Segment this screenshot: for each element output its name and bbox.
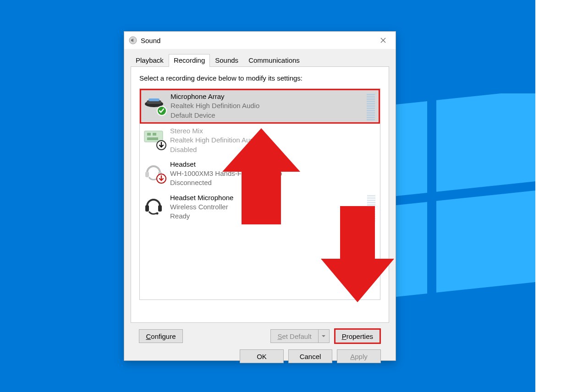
device-status: Default Device [170, 111, 361, 120]
window-title: Sound [141, 37, 160, 44]
ok-button[interactable]: OK [240, 349, 284, 363]
headset-icon [143, 160, 165, 182]
device-name: Stereo Mix [170, 126, 375, 136]
svg-rect-10 [147, 133, 151, 136]
sound-icon [129, 36, 137, 44]
configure-button[interactable]: Configure [139, 329, 183, 343]
headset-microphone-icon [143, 193, 165, 215]
svg-rect-11 [153, 133, 156, 136]
tab-playback[interactable]: Playback [131, 54, 169, 67]
apply-label-rest: pply [355, 353, 368, 360]
level-meter [367, 194, 375, 222]
properties-accelerator: P [342, 332, 346, 340]
device-stereo-mix[interactable]: Stereo Mix Realtek High Definition Audio… [140, 124, 380, 157]
set-default-button[interactable]: Set Default [270, 329, 318, 343]
stereo-mix-icon [143, 126, 165, 148]
svg-rect-1 [436, 93, 546, 192]
properties-button[interactable]: Properties [334, 328, 381, 344]
tab-page-recording: Select a recording device below to modif… [131, 66, 389, 323]
svg-rect-18 [145, 205, 149, 212]
instruction-text: Select a recording device below to modif… [139, 74, 380, 82]
device-status: Disconnected [170, 178, 375, 187]
svg-rect-7 [148, 98, 160, 101]
device-headset[interactable]: Headset WH-1000XM3 Hands-Free AG Audio D… [140, 157, 380, 191]
dialog-footer: OK Cancel Apply [131, 344, 389, 363]
configure-accelerator: C [146, 332, 151, 340]
disabled-down-icon [156, 140, 166, 150]
set-default-accelerator: S [277, 332, 282, 340]
svg-rect-14 [145, 172, 149, 177]
device-name: Headset Microphone [170, 193, 362, 202]
page-margin [535, 0, 561, 392]
tab-communications[interactable]: Communications [243, 54, 305, 67]
set-default-split-button[interactable]: Set Default [270, 329, 329, 343]
device-name: Microphone Array [170, 92, 361, 101]
tab-strip: Playback Recording Sounds Communications [131, 54, 389, 67]
properties-label-rest: roperties [346, 332, 373, 340]
device-microphone-array[interactable]: Microphone Array Realtek High Definition… [140, 89, 380, 124]
titlebar[interactable]: Sound [124, 32, 396, 49]
set-default-label-rest: et Default [282, 332, 311, 340]
svg-point-20 [156, 212, 159, 214]
default-check-icon [157, 106, 167, 116]
device-name: Headset [170, 160, 375, 169]
dialog-body: Playback Recording Sounds Communications… [124, 49, 396, 360]
tab-recording[interactable]: Recording [169, 54, 210, 67]
apply-accelerator: A [350, 353, 355, 360]
svg-rect-3 [436, 190, 546, 293]
disconnected-icon [156, 174, 166, 184]
device-driver: Wireless Controller [170, 202, 362, 212]
device-driver: Realtek High Definition Audio [170, 101, 361, 110]
device-headset-microphone[interactable]: Headset Microphone Wireless Controller R… [140, 191, 380, 224]
svg-rect-19 [158, 205, 162, 212]
configure-label-rest: onfigure [151, 332, 176, 340]
tab-actions: Configure Set Default Properties [131, 328, 389, 344]
tab-sounds[interactable]: Sounds [210, 54, 243, 67]
set-default-dropdown[interactable] [319, 329, 330, 343]
device-driver: WH-1000XM3 Hands-Free AG Audio [170, 169, 375, 178]
sound-dialog: Sound Playback Recording Sounds Communic… [124, 31, 396, 361]
level-meter [367, 93, 375, 120]
cancel-button[interactable]: Cancel [288, 349, 332, 363]
recording-device-list[interactable]: Microphone Array Realtek High Definition… [139, 88, 380, 300]
device-status: Ready [170, 212, 362, 221]
apply-button[interactable]: Apply [337, 349, 381, 363]
close-button[interactable] [373, 33, 394, 47]
device-status: Disabled [170, 145, 375, 154]
microphone-array-icon [143, 92, 165, 114]
device-driver: Realtek High Definition Audio [170, 136, 375, 145]
